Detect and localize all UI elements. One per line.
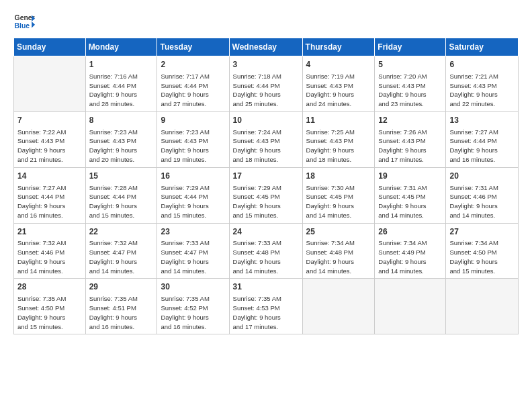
- day-number: 3: [233, 59, 299, 71]
- day-number: 17: [233, 171, 299, 182]
- calendar-cell: 20Sunrise: 7:31 AMSunset: 4:46 PMDayligh…: [446, 167, 519, 223]
- day-number: 1: [89, 59, 154, 71]
- day-number: 31: [233, 281, 299, 293]
- day-info: Sunrise: 7:27 AMSunset: 4:44 PMDaylight:…: [449, 128, 515, 165]
- day-number: 28: [17, 281, 82, 293]
- day-info: Sunrise: 7:23 AMSunset: 4:43 PMDaylight:…: [161, 128, 225, 165]
- calendar-week-1: 1Sunrise: 7:16 AMSunset: 4:44 PMDaylight…: [14, 56, 519, 112]
- day-info: Sunrise: 7:26 AMSunset: 4:43 PMDaylight:…: [378, 128, 442, 165]
- day-info: Sunrise: 7:32 AMSunset: 4:46 PMDaylight:…: [17, 238, 82, 275]
- calendar-cell: 25Sunrise: 7:34 AMSunset: 4:48 PMDayligh…: [302, 223, 375, 279]
- day-number: 29: [89, 281, 154, 293]
- calendar-header-row: SundayMondayTuesdayWednesdayThursdayFrid…: [14, 38, 519, 56]
- day-info: Sunrise: 7:34 AMSunset: 4:50 PMDaylight:…: [449, 238, 515, 275]
- day-info: Sunrise: 7:35 AMSunset: 4:53 PMDaylight:…: [233, 294, 299, 331]
- day-number: 5: [378, 59, 442, 71]
- day-number: 19: [378, 171, 442, 182]
- day-number: 14: [17, 171, 82, 182]
- day-number: 24: [233, 226, 299, 238]
- calendar-cell: 9Sunrise: 7:23 AMSunset: 4:43 PMDaylight…: [157, 111, 229, 167]
- day-info: Sunrise: 7:35 AMSunset: 4:51 PMDaylight:…: [89, 294, 154, 331]
- calendar-cell: 18Sunrise: 7:30 AMSunset: 4:45 PMDayligh…: [302, 167, 375, 223]
- calendar-cell: 4Sunrise: 7:19 AMSunset: 4:43 PMDaylight…: [302, 56, 375, 112]
- day-number: 25: [306, 226, 371, 238]
- day-info: Sunrise: 7:29 AMSunset: 4:44 PMDaylight:…: [161, 183, 225, 220]
- calendar-cell: 29Sunrise: 7:35 AMSunset: 4:51 PMDayligh…: [85, 279, 157, 334]
- calendar-cell: 21Sunrise: 7:32 AMSunset: 4:46 PMDayligh…: [14, 223, 86, 279]
- day-info: Sunrise: 7:20 AMSunset: 4:43 PMDaylight:…: [378, 72, 442, 109]
- calendar-week-4: 21Sunrise: 7:32 AMSunset: 4:46 PMDayligh…: [14, 223, 519, 279]
- calendar-cell: 2Sunrise: 7:17 AMSunset: 4:44 PMDaylight…: [157, 56, 229, 112]
- day-info: Sunrise: 7:16 AMSunset: 4:44 PMDaylight:…: [89, 72, 154, 109]
- svg-text:Blue: Blue: [15, 22, 30, 30]
- calendar-cell: 28Sunrise: 7:35 AMSunset: 4:50 PMDayligh…: [14, 279, 86, 334]
- day-header-thursday: Thursday: [302, 38, 375, 56]
- day-info: Sunrise: 7:31 AMSunset: 4:46 PMDaylight:…: [449, 183, 515, 220]
- calendar-cell: 14Sunrise: 7:27 AMSunset: 4:44 PMDayligh…: [14, 167, 86, 223]
- day-info: Sunrise: 7:23 AMSunset: 4:43 PMDaylight:…: [89, 128, 154, 165]
- calendar-cell: 17Sunrise: 7:29 AMSunset: 4:45 PMDayligh…: [229, 167, 302, 223]
- calendar-cell: 19Sunrise: 7:31 AMSunset: 4:45 PMDayligh…: [375, 167, 446, 223]
- calendar-cell: 26Sunrise: 7:34 AMSunset: 4:49 PMDayligh…: [375, 223, 446, 279]
- day-number: 30: [161, 281, 225, 293]
- day-number: 8: [89, 115, 154, 126]
- calendar-cell: 10Sunrise: 7:24 AMSunset: 4:43 PMDayligh…: [229, 111, 302, 167]
- day-number: 9: [161, 115, 225, 126]
- day-info: Sunrise: 7:32 AMSunset: 4:47 PMDaylight:…: [89, 238, 154, 275]
- calendar-cell: 7Sunrise: 7:22 AMSunset: 4:43 PMDaylight…: [14, 111, 86, 167]
- calendar-cell: 27Sunrise: 7:34 AMSunset: 4:50 PMDayligh…: [446, 223, 519, 279]
- calendar-cell: 13Sunrise: 7:27 AMSunset: 4:44 PMDayligh…: [446, 111, 519, 167]
- calendar-cell: 11Sunrise: 7:25 AMSunset: 4:43 PMDayligh…: [302, 111, 375, 167]
- day-info: Sunrise: 7:21 AMSunset: 4:43 PMDaylight:…: [449, 72, 515, 109]
- calendar-cell: 12Sunrise: 7:26 AMSunset: 4:43 PMDayligh…: [375, 111, 446, 167]
- calendar-week-5: 28Sunrise: 7:35 AMSunset: 4:50 PMDayligh…: [14, 279, 519, 334]
- day-number: 2: [161, 59, 225, 71]
- day-info: Sunrise: 7:33 AMSunset: 4:48 PMDaylight:…: [233, 238, 299, 275]
- day-number: 12: [378, 115, 442, 126]
- day-info: Sunrise: 7:31 AMSunset: 4:45 PMDaylight:…: [378, 183, 442, 220]
- day-info: Sunrise: 7:25 AMSunset: 4:43 PMDaylight:…: [306, 128, 371, 165]
- day-info: Sunrise: 7:17 AMSunset: 4:44 PMDaylight:…: [161, 72, 225, 109]
- calendar-cell: [375, 279, 446, 334]
- calendar-cell: [446, 279, 519, 334]
- calendar-cell: 15Sunrise: 7:28 AMSunset: 4:44 PMDayligh…: [85, 167, 157, 223]
- calendar-cell: 23Sunrise: 7:33 AMSunset: 4:47 PMDayligh…: [157, 223, 229, 279]
- day-header-friday: Friday: [375, 38, 446, 56]
- calendar-cell: 24Sunrise: 7:33 AMSunset: 4:48 PMDayligh…: [229, 223, 302, 279]
- day-info: Sunrise: 7:30 AMSunset: 4:45 PMDaylight:…: [306, 183, 371, 220]
- day-header-wednesday: Wednesday: [229, 38, 302, 56]
- header: General Blue: [13, 11, 519, 32]
- calendar-table: SundayMondayTuesdayWednesdayThursdayFrid…: [13, 38, 519, 334]
- calendar-cell: [302, 279, 375, 334]
- day-info: Sunrise: 7:27 AMSunset: 4:44 PMDaylight:…: [17, 183, 82, 220]
- day-number: 6: [449, 59, 515, 71]
- calendar-week-2: 7Sunrise: 7:22 AMSunset: 4:43 PMDaylight…: [14, 111, 519, 167]
- day-info: Sunrise: 7:29 AMSunset: 4:45 PMDaylight:…: [233, 183, 299, 220]
- day-number: 7: [17, 115, 82, 126]
- calendar-cell: 3Sunrise: 7:18 AMSunset: 4:44 PMDaylight…: [229, 56, 302, 112]
- day-header-monday: Monday: [85, 38, 157, 56]
- day-header-saturday: Saturday: [446, 38, 519, 56]
- calendar-week-3: 14Sunrise: 7:27 AMSunset: 4:44 PMDayligh…: [14, 167, 519, 223]
- page-container: General Blue SundayMondayTuesdayWednesda…: [0, 0, 532, 341]
- day-info: Sunrise: 7:22 AMSunset: 4:43 PMDaylight:…: [17, 128, 82, 165]
- day-info: Sunrise: 7:35 AMSunset: 4:52 PMDaylight:…: [161, 294, 225, 331]
- calendar-cell: 1Sunrise: 7:16 AMSunset: 4:44 PMDaylight…: [85, 56, 157, 112]
- day-info: Sunrise: 7:24 AMSunset: 4:43 PMDaylight:…: [233, 128, 299, 165]
- logo: General Blue: [13, 11, 35, 32]
- calendar-cell: 6Sunrise: 7:21 AMSunset: 4:43 PMDaylight…: [446, 56, 519, 112]
- day-info: Sunrise: 7:28 AMSunset: 4:44 PMDaylight:…: [89, 183, 154, 220]
- calendar-cell: 5Sunrise: 7:20 AMSunset: 4:43 PMDaylight…: [375, 56, 446, 112]
- day-number: 26: [378, 226, 442, 238]
- day-info: Sunrise: 7:19 AMSunset: 4:43 PMDaylight:…: [306, 72, 371, 109]
- day-number: 20: [449, 171, 515, 182]
- day-number: 21: [17, 226, 82, 238]
- day-number: 18: [306, 171, 371, 182]
- day-number: 11: [306, 115, 371, 126]
- day-header-sunday: Sunday: [14, 38, 86, 56]
- day-number: 27: [449, 226, 515, 238]
- day-info: Sunrise: 7:35 AMSunset: 4:50 PMDaylight:…: [17, 294, 82, 331]
- day-number: 22: [89, 226, 154, 238]
- calendar-cell: 8Sunrise: 7:23 AMSunset: 4:43 PMDaylight…: [85, 111, 157, 167]
- day-number: 13: [449, 115, 515, 126]
